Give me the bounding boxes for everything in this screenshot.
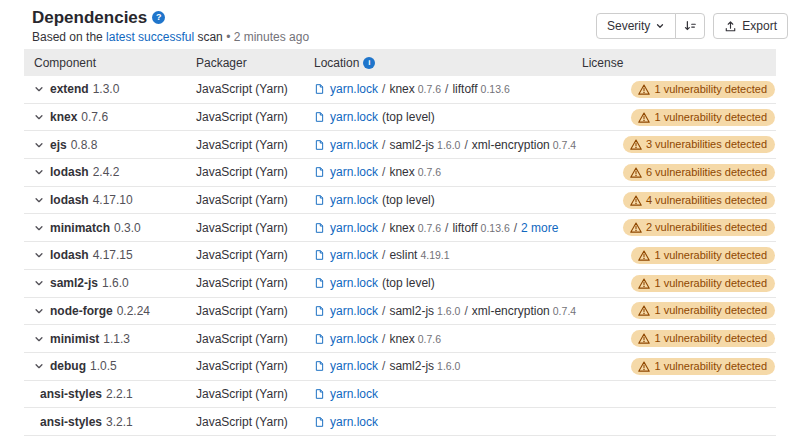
component-version: 2.4.2 [93, 165, 120, 179]
vulnerability-badge[interactable]: 1 vulnerability detected [631, 302, 775, 319]
warning-triangle-icon [638, 250, 650, 261]
packager: JavaScript (Yarn) [196, 387, 314, 401]
location-cell: yarn.lock /knex0.7.6 [314, 332, 582, 346]
location-path: /saml2-js1.6.0 [378, 359, 460, 373]
vulnerability-badge-label: 1 vulnerability detected [654, 305, 767, 316]
location-file-link[interactable]: yarn.lock [330, 248, 378, 262]
chevron-down-icon[interactable] [34, 84, 44, 94]
location-file-link[interactable]: yarn.lock [330, 138, 378, 152]
chevron-down-icon[interactable] [34, 223, 44, 233]
location-file-link[interactable]: yarn.lock [330, 387, 378, 401]
sort-direction-button[interactable] [675, 13, 705, 39]
vulnerability-badge[interactable]: 1 vulnerability detected [631, 81, 775, 98]
location-path: (top level) [378, 193, 435, 207]
more-locations-link[interactable]: 2 more [521, 221, 558, 235]
component-name: debug [50, 359, 86, 373]
path-dependency-version: 0.7.4 [553, 139, 576, 151]
path-separator: / [382, 82, 385, 96]
vulnerability-badge[interactable]: 4 vulnerabilities detected [623, 192, 775, 209]
component-version: 1.3.0 [93, 82, 120, 96]
export-button[interactable]: Export [713, 13, 788, 39]
location-cell: yarn.lock /knex0.7.6/liftoff0.13.6/2 mor… [314, 221, 582, 235]
vulnerability-badge[interactable]: 1 vulnerability detected [631, 275, 775, 292]
chevron-down-icon[interactable] [34, 334, 44, 344]
chevron-down-icon[interactable] [34, 195, 44, 205]
vulnerability-badge[interactable]: 2 vulnerabilities detected [623, 219, 775, 236]
location-file-link[interactable]: yarn.lock [330, 276, 378, 290]
path-dependency-name: xml-encryption [472, 304, 550, 318]
vulnerability-cell: 1 vulnerability detected [631, 275, 776, 292]
path-dependency: xml-encryption0.7.4 [472, 304, 576, 318]
path-dependency-name: knex [389, 82, 414, 96]
page-title: Dependencies [32, 8, 147, 27]
path-dependency: knex0.7.6 [389, 165, 441, 179]
severity-sort-group: Severity [596, 13, 705, 39]
file-icon [314, 111, 325, 123]
component-name: ejs [50, 138, 67, 152]
location-file-link[interactable]: yarn.lock [330, 415, 378, 429]
warning-triangle-icon [638, 278, 650, 289]
component-cell: knex 0.7.6 [24, 110, 196, 124]
file-icon [314, 388, 325, 400]
path-dependency: knex0.7.6 [389, 82, 441, 96]
chevron-down-icon[interactable] [34, 361, 44, 371]
location-file-link[interactable]: yarn.lock [330, 110, 378, 124]
component-version: 4.17.15 [93, 248, 133, 262]
chevron-down-icon[interactable] [34, 112, 44, 122]
table-row: debug 1.0.5 JavaScript (Yarn) yarn.lock … [24, 353, 776, 381]
chevron-down-icon[interactable] [34, 278, 44, 288]
component-version: 4.17.10 [93, 193, 133, 207]
path-separator: / [514, 221, 517, 235]
component-version: 1.0.5 [90, 359, 117, 373]
location-file-link[interactable]: yarn.lock [330, 304, 378, 318]
path-dependency: xml-encryption0.7.4 [472, 138, 576, 152]
location-file-link[interactable]: yarn.lock [330, 82, 378, 96]
file-icon [314, 249, 325, 261]
location-file-link[interactable]: yarn.lock [330, 359, 378, 373]
vulnerability-badge[interactable]: 6 vulnerabilities detected [623, 164, 775, 181]
vulnerability-badge[interactable]: 3 vulnerabilities detected [623, 136, 775, 153]
chevron-down-icon[interactable] [34, 250, 44, 260]
file-icon [314, 83, 325, 95]
location-path: /knex0.7.6/liftoff0.13.6 [378, 82, 510, 96]
table-row: extend 1.3.0 JavaScript (Yarn) yarn.lock… [24, 76, 776, 104]
scan-time: 2 minutes ago [234, 30, 309, 44]
vulnerability-badge[interactable]: 1 vulnerability detected [631, 247, 775, 264]
component-name: ansi-styles [40, 415, 102, 429]
path-dependency-name: knex [389, 221, 414, 235]
vulnerability-badge-label: 6 vulnerabilities detected [646, 167, 767, 178]
packager: JavaScript (Yarn) [196, 138, 314, 152]
info-icon[interactable]: i [363, 57, 375, 69]
scan-status-suffix: scan [194, 30, 223, 44]
vulnerability-badge[interactable]: 1 vulnerability detected [631, 109, 775, 126]
location-note: (top level) [382, 193, 435, 207]
help-icon[interactable]: ? [152, 11, 165, 24]
warning-triangle-icon [638, 333, 650, 344]
component-name: knex [50, 110, 77, 124]
location-file-link[interactable]: yarn.lock [330, 332, 378, 346]
packager: JavaScript (Yarn) [196, 110, 314, 124]
latest-successful-scan-link[interactable]: latest successful [106, 30, 194, 44]
bullet-separator: • [226, 30, 230, 44]
location-cell: yarn.lock /knex0.7.6/liftoff0.13.6 [314, 82, 582, 96]
warning-triangle-icon [638, 112, 650, 123]
vulnerability-badge[interactable]: 1 vulnerability detected [631, 358, 775, 375]
location-cell: yarn.lock /saml2-js1.6.0/xml-encryption0… [314, 304, 582, 318]
location-file-link[interactable]: yarn.lock [330, 221, 378, 235]
vulnerability-badge[interactable]: 1 vulnerability detected [631, 330, 775, 347]
chevron-down-icon[interactable] [34, 167, 44, 177]
chevron-down-icon[interactable] [34, 140, 44, 150]
component-version: 2.2.1 [106, 387, 133, 401]
location-file-link[interactable]: yarn.lock [330, 193, 378, 207]
severity-filter-label: Severity [607, 19, 650, 33]
vulnerability-badge-label: 1 vulnerability detected [654, 333, 767, 344]
severity-filter-button[interactable]: Severity [596, 13, 676, 39]
page-header: Dependencies ? Based on the latest succe… [0, 0, 800, 45]
component-version: 3.2.1 [106, 415, 133, 429]
location-file-link[interactable]: yarn.lock [330, 165, 378, 179]
component-cell: ejs 0.8.8 [24, 138, 196, 152]
path-dependency-name: saml2-js [389, 304, 434, 318]
chevron-down-icon[interactable] [34, 306, 44, 316]
vulnerability-cell: 1 vulnerability detected [631, 358, 776, 375]
table-row: lodash 2.4.2 JavaScript (Yarn) yarn.lock… [24, 159, 776, 187]
